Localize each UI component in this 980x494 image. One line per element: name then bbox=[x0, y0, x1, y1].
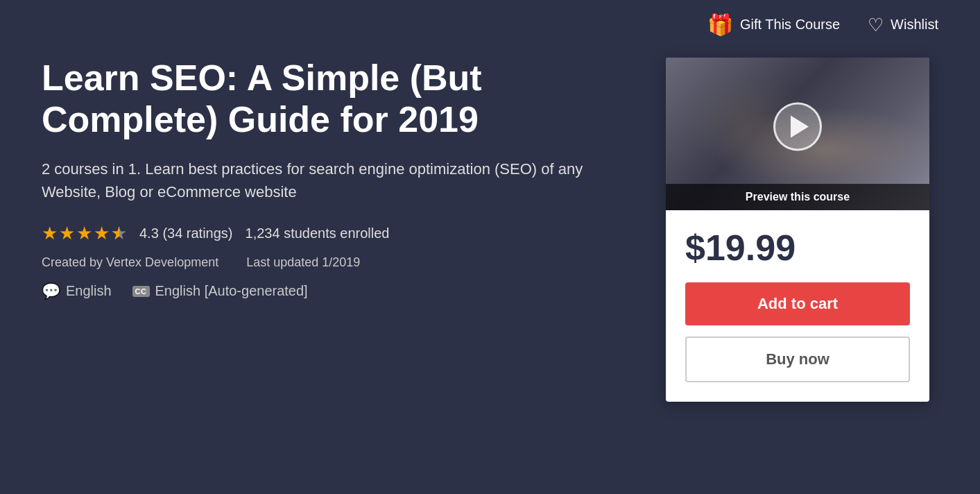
wishlist-button[interactable]: ♡ Wishlist bbox=[868, 16, 938, 34]
gift-icon: 🎁 bbox=[707, 12, 733, 37]
wishlist-label: Wishlist bbox=[891, 17, 938, 33]
course-card: Preview this course $19.99 Add to cart B… bbox=[666, 58, 929, 402]
updated-label: Last updated bbox=[246, 255, 318, 269]
preview-label: Preview this course bbox=[666, 184, 929, 210]
star-rating: ★ ★ ★ ★ bbox=[42, 223, 127, 244]
ratings-row: ★ ★ ★ ★ 4.3 (34 ratings) 1,234 students … bbox=[42, 223, 638, 244]
buy-now-button[interactable]: Buy now bbox=[685, 337, 910, 382]
language-item: 💬 English bbox=[42, 282, 112, 300]
play-triangle-icon bbox=[791, 116, 809, 138]
cc-badge: CC bbox=[132, 286, 150, 297]
meta-row: Created by Vertex Development Last updat… bbox=[42, 255, 638, 270]
gift-course-label: Gift This Course bbox=[740, 17, 840, 33]
course-price: $19.99 bbox=[685, 227, 910, 269]
preview-container: Preview this course bbox=[666, 58, 929, 210]
star-3: ★ bbox=[76, 223, 92, 244]
author-value: Vertex Development bbox=[106, 255, 218, 269]
updated-info: Last updated 1/2019 bbox=[246, 255, 360, 270]
updated-value: 1/2019 bbox=[322, 255, 360, 269]
heart-icon: ♡ bbox=[868, 16, 884, 34]
author-info: Created by Vertex Development bbox=[42, 255, 218, 270]
language-row: 💬 English CC English [Auto-generated] bbox=[42, 282, 638, 300]
top-actions: 🎁 Gift This Course ♡ Wishlist bbox=[0, 0, 980, 44]
star-5-half bbox=[111, 223, 127, 244]
page-wrapper: 🎁 Gift This Course ♡ Wishlist Learn SEO:… bbox=[0, 0, 980, 494]
play-button[interactable] bbox=[773, 103, 822, 151]
course-subtitle: 2 courses in 1. Learn best practices for… bbox=[42, 157, 596, 203]
course-title: Learn SEO: A Simple (But Complete) Guide… bbox=[42, 58, 638, 141]
card-body: $19.99 Add to cart Buy now bbox=[666, 210, 929, 402]
star-4: ★ bbox=[94, 223, 110, 244]
star-2: ★ bbox=[59, 223, 75, 244]
students-count: 1,234 students enrolled bbox=[246, 225, 390, 241]
language-value: English bbox=[66, 283, 112, 299]
subtitles-item: CC English [Auto-generated] bbox=[132, 283, 308, 299]
gift-course-button[interactable]: 🎁 Gift This Course bbox=[707, 12, 840, 37]
author-label: Created by bbox=[42, 255, 103, 269]
add-to-cart-button[interactable]: Add to cart bbox=[685, 282, 910, 325]
main-content: Learn SEO: A Simple (But Complete) Guide… bbox=[0, 44, 980, 429]
left-section: Learn SEO: A Simple (But Complete) Guide… bbox=[42, 58, 638, 300]
rating-value: 4.3 (34 ratings) bbox=[139, 225, 233, 241]
star-1: ★ bbox=[42, 223, 58, 244]
speech-bubble-icon: 💬 bbox=[42, 282, 60, 300]
subtitles-value: English [Auto-generated] bbox=[155, 283, 308, 299]
